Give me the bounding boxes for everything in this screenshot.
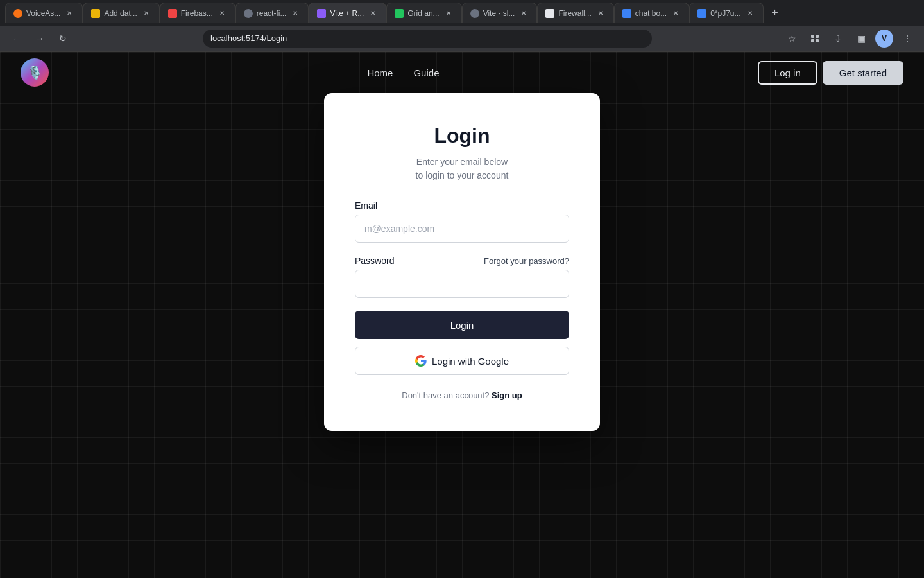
tab-close-1[interactable]: ✕ <box>64 8 74 19</box>
address-bar: ← → ↻ localhost:5174/Login ☆ ⇩ ▣ V ⋮ <box>0 26 924 51</box>
tab-title-10: 0*pJ7u... <box>710 9 740 18</box>
nav-guide-link[interactable]: Guide <box>413 67 439 78</box>
login-card: Login Enter your email below to login to… <box>324 93 600 431</box>
tab-title-1: VoiceAs... <box>26 9 60 18</box>
tab-5[interactable]: Vite + R... ✕ <box>309 3 386 23</box>
tab-bar: VoiceAs... ✕ Add dat... ✕ Firebas... ✕ r… <box>0 0 924 26</box>
tab-favicon-3 <box>168 9 177 18</box>
tab-title-9: chat bo... <box>635 9 667 18</box>
tab-close-3[interactable]: ✕ <box>217 8 227 19</box>
login-subtitle-line1: Enter your email below <box>416 157 508 167</box>
google-icon <box>415 355 427 367</box>
tab-close-4[interactable]: ✕ <box>290 8 300 19</box>
login-title: Login <box>355 124 569 148</box>
tab-favicon-5 <box>317 9 326 18</box>
tab-7[interactable]: Vite - sl... ✕ <box>462 3 538 23</box>
forward-button[interactable]: → <box>31 30 49 48</box>
svg-rect-3 <box>816 39 819 42</box>
bookmark-button[interactable]: ☆ <box>783 30 801 48</box>
download-button[interactable]: ⇩ <box>829 30 847 48</box>
tab-favicon-8 <box>545 9 554 18</box>
tab-9[interactable]: chat bo... ✕ <box>614 3 689 23</box>
layout-button[interactable]: ▣ <box>852 30 870 48</box>
tab-favicon-1 <box>13 9 22 18</box>
tab-close-9[interactable]: ✕ <box>671 8 681 19</box>
tab-title-6: Grid an... <box>407 9 439 18</box>
nav-actions: Log in Get started <box>758 61 903 85</box>
tab-favicon-10 <box>697 9 706 18</box>
navigation: 🎙️ Home Guide Log in Get started <box>0 52 924 93</box>
tab-title-3: Firebas... <box>181 9 213 18</box>
extensions-button[interactable] <box>806 30 824 48</box>
tab-6[interactable]: Grid an... ✕ <box>386 3 461 23</box>
password-input[interactable] <box>355 270 569 298</box>
tab-2[interactable]: Add dat... ✕ <box>83 3 159 23</box>
back-button[interactable]: ← <box>8 30 26 48</box>
tab-title-4: react-fi... <box>257 9 287 18</box>
tab-close-10[interactable]: ✕ <box>745 8 755 19</box>
nav-links: Home Guide <box>367 67 439 78</box>
tab-3[interactable]: Firebas... ✕ <box>160 3 235 23</box>
email-input[interactable] <box>355 215 569 243</box>
tab-title-2: Add dat... <box>104 9 137 18</box>
password-row: Password Forgot your password? <box>355 256 569 266</box>
browser-chrome: VoiceAs... ✕ Add dat... ✕ Firebas... ✕ r… <box>0 0 924 52</box>
url-bar[interactable]: localhost:5174/Login <box>203 30 652 48</box>
tab-title-5: Vite + R... <box>330 9 364 18</box>
page-content: 🎙️ Home Guide Log in Get started Login E… <box>0 52 924 578</box>
signup-text: Don't have an account? Sign up <box>355 390 569 400</box>
tab-title-7: Vite - sl... <box>483 9 515 18</box>
password-group: Password Forgot your password? <box>355 256 569 298</box>
login-card-wrapper: Login Enter your email below to login to… <box>324 93 600 431</box>
password-label: Password <box>355 256 394 266</box>
tab-title-8: Firewall... <box>558 9 591 18</box>
login-submit-button[interactable]: Login <box>355 311 569 339</box>
tab-close-7[interactable]: ✕ <box>518 8 529 19</box>
tab-favicon-2 <box>91 9 100 18</box>
tab-favicon-9 <box>622 9 631 18</box>
tab-1[interactable]: VoiceAs... ✕ <box>5 3 83 23</box>
tab-close-6[interactable]: ✕ <box>443 8 454 19</box>
profile-button[interactable]: V <box>875 30 893 48</box>
tab-close-2[interactable]: ✕ <box>141 8 151 19</box>
tab-close-8[interactable]: ✕ <box>595 8 606 19</box>
google-login-button[interactable]: Login with Google <box>355 347 569 375</box>
tab-favicon-4 <box>244 9 253 18</box>
reload-button[interactable]: ↻ <box>54 30 72 48</box>
tab-8[interactable]: Firewall... ✕ <box>537 3 613 23</box>
email-group: Email <box>355 200 569 243</box>
signup-prompt: Don't have an account? <box>402 390 489 400</box>
logo[interactable]: 🎙️ <box>21 58 49 87</box>
svg-rect-2 <box>811 39 814 42</box>
svg-rect-0 <box>811 35 814 38</box>
tab-10[interactable]: 0*pJ7u... ✕ <box>689 3 763 23</box>
menu-button[interactable]: ⋮ <box>898 30 916 48</box>
nav-home-link[interactable]: Home <box>367 67 393 78</box>
signup-link[interactable]: Sign up <box>492 390 522 400</box>
svg-rect-1 <box>816 35 819 38</box>
login-subtitle-line2: to login to your account <box>416 170 509 180</box>
tab-close-5[interactable]: ✕ <box>368 8 378 19</box>
get-started-button[interactable]: Get started <box>823 61 903 85</box>
tab-4[interactable]: react-fi... ✕ <box>235 3 309 23</box>
url-text: localhost:5174/Login <box>210 33 287 43</box>
login-button[interactable]: Log in <box>758 61 817 85</box>
google-button-label: Login with Google <box>432 356 509 367</box>
email-label: Email <box>355 200 569 211</box>
login-subtitle: Enter your email below to login to your … <box>355 155 569 182</box>
forgot-password-link[interactable]: Forgot your password? <box>484 256 569 266</box>
tab-favicon-6 <box>395 9 404 18</box>
new-tab-button[interactable]: + <box>766 4 784 22</box>
tab-favicon-7 <box>470 9 479 18</box>
